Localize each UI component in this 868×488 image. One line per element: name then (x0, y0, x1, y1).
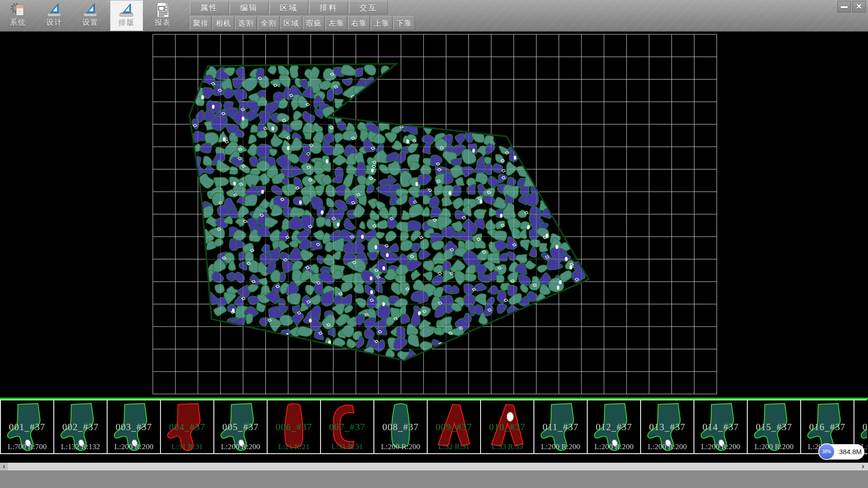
app-button-report[interactable]: 报表 (146, 0, 179, 31)
part-thumbnail[interactable]: 014_#37L:200 R:200 (694, 400, 748, 453)
part-lr-label: L:200 R:200 (374, 442, 427, 451)
part-lr-label: L:200 R:200 (694, 442, 747, 451)
part-name-label: 007_#37 (321, 422, 373, 433)
app-button-nesting[interactable]: 排版 (110, 0, 143, 31)
tool-button-align-left[interactable]: 左靠 (326, 16, 347, 30)
tool-button-defect[interactable]: 瑕疵 (303, 16, 325, 30)
part-name-label: 012_#37 (588, 422, 640, 433)
menu-button-region[interactable]: 区域 (269, 1, 308, 14)
close-icon: ✕ (856, 3, 862, 10)
menu-button-material[interactable]: 排料 (309, 1, 348, 14)
part-thumbnail-inner: 013_#37L:200 R:200 (641, 400, 693, 453)
part-thumbnail[interactable]: 005_#37L:200 R:200 (214, 400, 268, 453)
scroll-right-button[interactable]: › (859, 463, 867, 470)
part-name-label: 011_#37 (534, 422, 587, 433)
part-name-label: 005_#37 (214, 422, 267, 433)
part-thumbnail-inner: 008_#37L:200 R:200 (374, 400, 427, 453)
part-thumbnail-inner: 005_#37L:200 R:200 (214, 400, 267, 453)
part-thumbnail-inner: 006_#37L:21 R:21 (268, 400, 320, 453)
app-button-system[interactable]: 系统 (2, 0, 34, 31)
part-name-label: 006_#37 (268, 422, 320, 433)
part-thumbnail-inner: 014_#37L:200 R:200 (694, 400, 747, 453)
part-name-label: 008_#37 (374, 422, 427, 433)
settings-icon (82, 2, 99, 18)
part-name-label: 004_#37 (161, 422, 213, 433)
app-button-settings[interactable]: 设置 (74, 0, 107, 31)
part-thumbnail[interactable]: 004_#37L:31 R:31 (161, 400, 214, 453)
part-name-label: 010_#37 (481, 422, 533, 433)
chevron-left-icon: ‹ (3, 462, 5, 470)
part-lr-label: L:200 R:200 (534, 442, 587, 451)
close-button[interactable]: ✕ (852, 1, 866, 13)
part-lr-label: L:31 R:31 (321, 442, 373, 451)
part-thumbnail-inner: 002_#37L:132 R:132 (54, 400, 107, 453)
part-thumbnail-inner: 001_#37L:700 R:700 (1, 400, 53, 453)
part-thumbnail[interactable]: 003_#37L:200 R:200 (108, 400, 161, 453)
part-lr-label: L:132 R:132 (54, 442, 107, 451)
part-lr-label: L:700 R:700 (1, 442, 53, 451)
minimize-button[interactable] (837, 1, 851, 13)
progress-value: 38% (822, 449, 831, 454)
part-thumbnail[interactable]: 011_#37L:200 R:200 (534, 400, 588, 453)
part-lr-label: L:200 R:200 (108, 442, 160, 451)
part-lr-label: L:200 R:200 (641, 442, 693, 451)
system-icon (10, 2, 26, 18)
tool-button-camera[interactable]: 相机 (212, 16, 234, 30)
memory-status-badge: 384.8M 38% (818, 443, 868, 460)
part-thumbnail[interactable]: 015_#37L:200 R:200 (748, 400, 801, 453)
part-lr-label: L:200 R:200 (214, 442, 267, 451)
app-button-label: 系统 (2, 18, 34, 28)
app-button-label: 设计 (38, 18, 71, 28)
part-lr-label: L:200 R:200 (748, 442, 800, 451)
menu-button-interact[interactable]: 交互 (349, 1, 388, 14)
part-name-label: 002_#37 (54, 422, 107, 433)
part-thumbnail-inner: 010_#37L:33 R:33 (481, 400, 533, 453)
part-name-label: 016_#37 (801, 422, 854, 433)
tool-button-align-top[interactable]: 上靠 (371, 16, 392, 30)
part-name-label: 001_#37 (1, 422, 53, 433)
horizontal-scrollbar[interactable]: ‹ › (0, 463, 868, 470)
menu-button-properties[interactable]: 属性 (190, 1, 229, 14)
tool-button-select-cut[interactable]: 选割 (235, 16, 257, 30)
part-thumbnail-inner: 011_#37L:200 R:200 (534, 400, 587, 453)
part-thumbnail[interactable]: 007_#37L:31 R:31 (321, 400, 374, 453)
scroll-left-button[interactable]: ‹ (0, 463, 8, 470)
part-thumbnail-strip: 001_#37L:700 R:700002_#37L:132 R:132003_… (0, 398, 868, 454)
part-name-label: 009_#37 (428, 422, 480, 433)
memory-value: 384.8M (839, 444, 862, 460)
part-thumbnail[interactable]: 013_#37L:200 R:200 (641, 400, 694, 453)
part-name-label: 015_#37 (748, 422, 800, 433)
tool-button-region[interactable]: 区域 (280, 16, 302, 30)
part-thumbnail-row: 001_#37L:700 R:700002_#37L:132 R:132003_… (0, 399, 867, 454)
part-thumbnail-inner: 015_#37L:200 R:200 (748, 400, 800, 453)
progress-circle: 38% (818, 443, 835, 460)
toolbar: 系统设计设置排版报表 属性编辑区域排料交互 聚排相机选割全割区域瑕疵左靠右靠上靠… (0, 0, 868, 32)
part-thumbnail[interactable]: 010_#37L:33 R:33 (481, 400, 534, 453)
tool-button-align-right[interactable]: 右靠 (348, 16, 370, 30)
part-lr-label: L:200 R:200 (588, 442, 640, 451)
app-button-label: 报表 (146, 18, 179, 28)
status-bar (0, 470, 868, 488)
part-thumbnail[interactable]: 012_#37L:200 R:200 (588, 400, 641, 453)
part-thumbnail[interactable]: 002_#37L:132 R:132 (54, 400, 108, 453)
nesting-view[interactable] (0, 32, 868, 398)
part-thumbnail-inner: 009_#37L:32 R:31 (428, 400, 480, 453)
tool-button-cut-all[interactable]: 全割 (258, 16, 279, 30)
tool-button-cluster-nest[interactable]: 聚排 (190, 16, 212, 30)
menu-button-edit[interactable]: 编辑 (230, 1, 269, 14)
part-thumbnail-inner: 007_#37L:31 R:31 (321, 400, 373, 453)
part-thumbnail[interactable]: 009_#37L:32 R:31 (428, 400, 481, 453)
app-button-design[interactable]: 设计 (38, 0, 71, 31)
part-lr-label: L:32 R:31 (428, 442, 480, 451)
part-thumbnail[interactable]: 006_#37L:21 R:21 (268, 400, 321, 453)
tool-button-align-bottom[interactable]: 下靠 (393, 16, 415, 30)
part-thumbnail-inner: 003_#37L:200 R:200 (108, 400, 160, 453)
report-icon (155, 2, 171, 18)
app-button-label: 排版 (110, 18, 143, 28)
part-thumbnail[interactable]: 008_#37L:200 R:200 (374, 400, 428, 453)
design-icon (46, 2, 62, 18)
app-button-label: 设置 (74, 18, 107, 28)
nesting-canvas[interactable] (0, 32, 868, 398)
part-thumbnail[interactable]: 001_#37L:700 R:700 (1, 400, 54, 453)
part-thumbnail-inner: 012_#37L:200 R:200 (588, 400, 640, 453)
